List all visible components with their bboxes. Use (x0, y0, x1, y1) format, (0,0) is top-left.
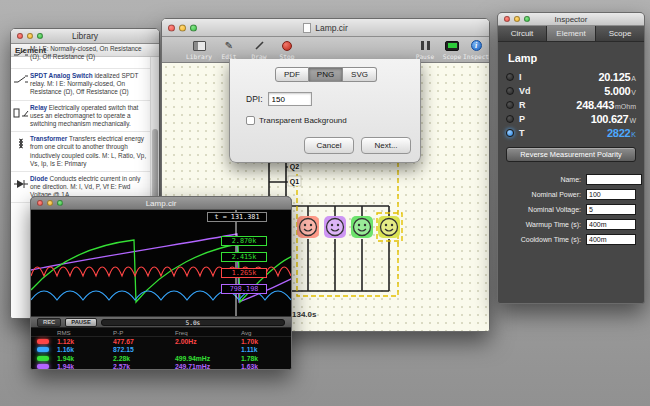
oscilloscope-icon (445, 41, 459, 51)
inspector-titlebar[interactable]: Inspector (498, 13, 644, 26)
meter-radio[interactable] (506, 87, 514, 95)
switch-icon (13, 45, 30, 65)
toolbar-stop-button[interactable]: Stop (274, 39, 300, 60)
cursor-time-readout: t = 131.381 (207, 212, 267, 222)
cancel-button[interactable]: Cancel (304, 137, 354, 154)
close-icon[interactable] (168, 24, 175, 31)
trace-readout: 1.265k (221, 268, 267, 278)
trace-swatch[interactable] (37, 339, 49, 344)
main-titlebar[interactable]: Lamp.cir (162, 19, 489, 37)
tab-svg[interactable]: SVG (343, 67, 377, 82)
trace-swatch[interactable] (37, 364, 49, 369)
transformer-icon (13, 135, 30, 168)
toolbar-draw-button[interactable]: Draw (246, 39, 272, 60)
lamp-icon-green[interactable] (351, 216, 373, 238)
toolbar-library-button[interactable]: Library (186, 39, 212, 60)
window-title: Lamp.cir (146, 199, 177, 208)
tab-circuit[interactable]: Circuit (498, 26, 547, 41)
element-desc: M: I E: Normally-closed, On Resistance (… (30, 45, 142, 60)
scope-window: Lamp.cir t = 131.381 2.870k 2.415k 1.265… (30, 196, 292, 370)
trace-swatch[interactable] (37, 356, 49, 361)
next-button[interactable]: Next... (361, 137, 411, 154)
document-icon (303, 23, 311, 33)
format-segmented-control: PDF PNG SVG (275, 67, 377, 82)
window-title: Library (72, 31, 98, 41)
meter-radio[interactable] (506, 115, 514, 123)
warmup-time-input[interactable] (586, 219, 636, 230)
toolbar-inspector-button[interactable]: i Inspector (463, 39, 489, 60)
scope-titlebar[interactable]: Lamp.cir (31, 197, 291, 210)
trace-readout: 2.870k (221, 236, 267, 246)
element-name: Relay (30, 104, 47, 111)
tab-element[interactable]: Element (547, 26, 596, 41)
meter-radio-selected[interactable] (506, 129, 514, 137)
minimize-icon[interactable] (179, 24, 186, 31)
nominal-power-input[interactable] (586, 189, 636, 200)
measurement-row-p: P 100.627 W (506, 112, 636, 126)
lamp-icon-purple[interactable] (324, 216, 346, 238)
zoom-icon[interactable] (37, 33, 43, 39)
meter-radio[interactable] (506, 101, 514, 109)
nominal-voltage-input[interactable] (586, 204, 636, 215)
close-icon[interactable] (37, 200, 43, 206)
zoom-icon[interactable] (190, 24, 197, 31)
measurement-row-r: R 248.443 mOhm (506, 98, 636, 112)
measurement-row-i: I 20.125 A (506, 70, 636, 84)
list-item[interactable]: Transformer Transfers electrical energy … (11, 132, 159, 172)
name-input[interactable] (586, 174, 642, 185)
window-title: Lamp.cir (315, 23, 348, 33)
cooldown-time-input[interactable] (586, 234, 636, 245)
table-row[interactable]: 1.94k2.28k 499.94mHz1.78k (31, 354, 291, 363)
scrollbar-thumb[interactable] (152, 129, 158, 201)
list-item[interactable]: SPDT Analog Switch idealized SPDT relay.… (11, 69, 159, 101)
spdt-switch-icon (13, 72, 30, 97)
table-header: RMS P-P Freq Avg (31, 328, 291, 337)
toolbar-scope-button[interactable]: Scope (439, 39, 465, 60)
close-icon[interactable] (504, 16, 510, 22)
list-item[interactable]: Relay Electrically operated switch that … (11, 101, 159, 133)
lamp-icon-yellow[interactable] (378, 216, 400, 238)
scope-plot[interactable]: t = 131.381 2.870k 2.415k 1.265k 798.198 (31, 210, 292, 316)
element-title: Lamp (508, 52, 636, 64)
node-label-q2[interactable]: Q2 (290, 163, 299, 171)
trace-readout: 2.415k (221, 252, 267, 262)
close-icon[interactable] (17, 33, 23, 39)
transparent-background-checkbox[interactable] (246, 116, 255, 125)
minimize-icon[interactable] (27, 33, 33, 39)
meter-radio[interactable] (506, 73, 514, 81)
lamp-icon-red[interactable] (297, 216, 319, 238)
library-titlebar[interactable]: Library (11, 29, 159, 44)
minimize-icon[interactable] (47, 200, 53, 206)
table-row[interactable]: 1.12k477.67 2.00Hz1.70k (31, 337, 291, 346)
list-item[interactable]: M: I E: Normally-closed, On Resistance (… (11, 44, 159, 69)
minimize-icon[interactable] (514, 16, 520, 22)
zoom-icon[interactable] (524, 16, 530, 22)
measurement-row-t: T 2822 K (506, 126, 636, 140)
measurement-row-vd: Vd 5.000 V (506, 84, 636, 98)
table-row[interactable]: 1.16k872.15 1.11k (31, 346, 291, 355)
pause-button[interactable]: PAUSE (65, 318, 97, 327)
window-title: Inspector (555, 15, 588, 24)
toolbar-pause-button[interactable]: Pause (412, 39, 438, 60)
zoom-icon[interactable] (57, 200, 63, 206)
trace-readout: 798.198 (221, 284, 267, 294)
record-button[interactable]: REC (37, 318, 61, 327)
tab-scope[interactable]: Scope (596, 26, 644, 41)
tab-pdf[interactable]: PDF (275, 67, 309, 82)
timebase-slider[interactable]: 5.0s (101, 319, 285, 326)
timebase-value: 5.0s (185, 319, 200, 326)
simulation-time: 134.0s (292, 310, 316, 319)
reverse-polarity-button[interactable]: Reverse Measurement Polarity (506, 147, 636, 162)
dpi-input[interactable] (268, 92, 312, 106)
warmup-time-row: Warmup Time (s): (506, 217, 636, 232)
scope-controls: REC PAUSE 5.0s (31, 316, 291, 328)
trace-swatch[interactable] (37, 347, 49, 352)
export-dialog: PDF PNG SVG DPI: Transparent Background … (229, 59, 421, 163)
measurements-table: RMS P-P Freq Avg 1.12k477.67 2.00Hz1.70k… (31, 328, 291, 370)
node-label-q1[interactable]: Q1 (290, 178, 299, 186)
table-row[interactable]: 1.94k2.57k 249.71mHz1.63k (31, 363, 291, 371)
tab-png[interactable]: PNG (309, 67, 343, 82)
inspector-tabs: Circuit Element Scope (498, 26, 644, 42)
toolbar-edit-button[interactable]: ✎ Edit (216, 39, 242, 60)
dpi-label: DPI: (246, 94, 263, 104)
